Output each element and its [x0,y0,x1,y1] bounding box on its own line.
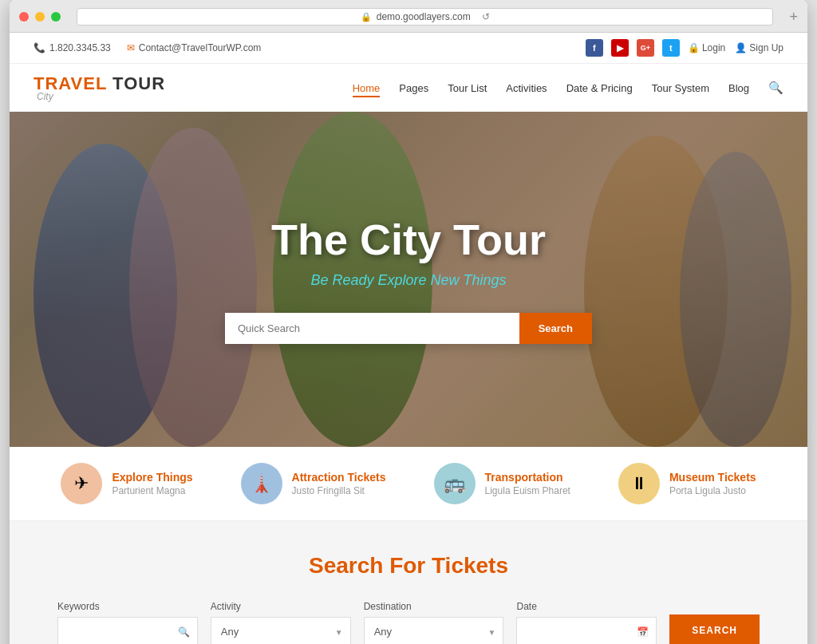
explore-text: Explore Things Parturient Magna [112,471,192,496]
maximize-button[interactable] [51,12,61,22]
browser-window: 🔒 demo.goodlayers.com ↺ + 📞 1.820.3345.3… [10,0,807,644]
hero-content: The City Tour Be Ready Explore New Thing… [225,215,592,344]
feature-attraction[interactable]: 🗼 Attraction Tickets Justo Fringilla Sit [241,463,386,504]
explore-title: Explore Things [112,471,192,484]
museum-icon: ⏸ [618,463,660,504]
keywords-input-wrapper: 🔍 [57,617,198,644]
attraction-title: Attraction Tickets [292,471,386,484]
nav-pages[interactable]: Pages [399,82,428,94]
calendar-icon: 📅 [637,626,649,638]
activity-select[interactable]: Any Adventure Cultural Nature [211,617,351,644]
explore-subtitle: Parturient Magna [112,485,192,496]
nav-blog[interactable]: Blog [728,82,749,94]
logo: TRAVEL TOUR City [34,73,165,102]
transportation-text: Transportation Ligula Euism Pharet [485,471,570,496]
keywords-search-icon: 🔍 [178,626,190,638]
keywords-input[interactable] [57,617,198,644]
transportation-subtitle: Ligula Euism Pharet [485,485,570,496]
lock-small-icon: 🔒 [688,42,700,53]
close-button[interactable] [19,12,29,22]
attraction-subtitle: Justo Fringilla Sit [292,485,386,496]
twitter-icon[interactable]: t [662,39,680,57]
browser-controls: 🔒 demo.goodlayers.com ↺ + [19,8,798,26]
website-content: 📞 1.820.3345.33 ✉ Contact@TravelTourWP.c… [10,33,807,644]
auth-links: 🔒 Login 👤 Sign Up [688,42,783,53]
phone-icon: 📞 [34,42,45,53]
activity-select-wrapper: Any Adventure Cultural Nature [211,617,351,644]
hero-search-bar: Search [225,313,592,344]
keywords-group: Keywords 🔍 [57,601,198,644]
nav-tour-system[interactable]: Tour System [652,82,709,94]
googleplus-icon[interactable]: G+ [637,39,654,57]
youtube-icon[interactable]: ▶ [611,39,629,57]
hero-subtitle: Be Ready Explore New Things [225,272,592,289]
login-link[interactable]: 🔒 Login [688,42,725,53]
tickets-form: Keywords 🔍 Activity Any Adventure Cultur… [57,601,760,644]
phone-contact: 📞 1.820.3345.33 [34,42,111,53]
signup-link[interactable]: 👤 Sign Up [735,42,783,53]
attraction-text: Attraction Tickets Justo Fringilla Sit [292,471,386,496]
email-icon: ✉ [127,42,135,53]
nav-date-pricing[interactable]: Date & Pricing [566,82,633,94]
explore-icon: ✈ [61,463,102,504]
new-tab-button[interactable]: + [789,9,798,26]
hero-search-button[interactable]: Search [519,313,592,344]
email-contact: ✉ Contact@TravelTourWP.com [127,42,262,53]
address-bar[interactable]: 🔒 demo.goodlayers.com ↺ [77,8,773,26]
destination-select[interactable]: Any Europe Asia Americas [364,617,504,644]
destination-group: Destination Any Europe Asia Americas [364,601,504,644]
date-input-wrapper: 📅 [516,617,657,644]
search-icon[interactable]: 🔍 [768,81,783,95]
top-bar-left: 📞 1.820.3345.33 ✉ Contact@TravelTourWP.c… [34,42,261,53]
museum-title: Museum Tickets [669,471,756,484]
minimize-button[interactable] [35,12,45,22]
destination-label: Destination [364,601,504,612]
nav-links: Home Pages Tour List Activities Date & P… [353,81,783,95]
keywords-label: Keywords [57,601,198,612]
museum-subtitle: Porta Ligula Justo [669,485,756,496]
logo-sub: City [34,91,165,102]
feature-museum[interactable]: ⏸ Museum Tickets Porta Ligula Justo [618,463,756,504]
date-label: Date [516,601,657,612]
facebook-icon[interactable]: f [586,39,603,57]
transportation-title: Transportation [485,471,570,484]
top-bar-right: f ▶ G+ t 🔒 Login 👤 Sign Up [586,39,783,57]
tickets-section: Search For Tickets Keywords 🔍 Activity A… [10,521,807,644]
nav-tour-list[interactable]: Tour List [448,82,487,94]
activity-label: Activity [211,601,351,612]
address-text: demo.goodlayers.com [377,11,471,22]
hero-section: The City Tour Be Ready Explore New Thing… [10,112,807,447]
reload-icon[interactable]: ↺ [482,11,490,22]
top-bar: 📞 1.820.3345.33 ✉ Contact@TravelTourWP.c… [10,33,807,64]
date-group: Date 📅 [516,601,657,644]
date-input[interactable] [516,617,657,644]
browser-chrome: 🔒 demo.goodlayers.com ↺ + [10,0,807,33]
hero-search-input[interactable] [225,313,519,344]
attraction-icon: 🗼 [241,463,282,504]
navbar: TRAVEL TOUR City Home Pages Tour List Ac… [10,64,807,112]
tickets-title: Search For Tickets [57,553,760,579]
feature-transportation[interactable]: 🚌 Transportation Ligula Euism Pharet [434,463,570,504]
destination-select-wrapper: Any Europe Asia Americas [364,617,504,644]
feature-explore[interactable]: ✈ Explore Things Parturient Magna [61,463,192,504]
phone-number: 1.820.3345.33 [49,42,111,53]
lock-icon: 🔒 [361,12,372,22]
activity-group: Activity Any Adventure Cultural Nature [211,601,351,644]
features-bar: ✈ Explore Things Parturient Magna 🗼 Attr… [10,447,807,521]
user-icon: 👤 [735,42,747,53]
nav-activities[interactable]: Activities [506,82,547,94]
email-address: Contact@TravelTourWP.com [139,42,262,53]
tickets-search-button[interactable]: SEARCH [669,614,760,644]
nav-home[interactable]: Home [353,82,381,94]
transportation-icon: 🚌 [434,463,476,504]
hero-title: The City Tour [225,215,592,264]
museum-text: Museum Tickets Porta Ligula Justo [669,471,756,496]
